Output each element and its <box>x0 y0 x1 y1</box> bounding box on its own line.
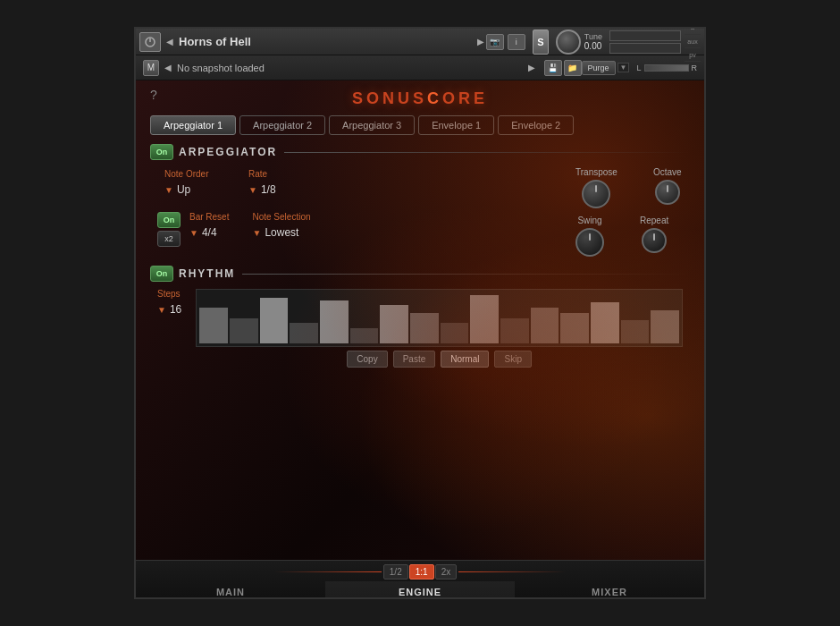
tab-arpeggiator-2[interactable]: Arpeggiator 2 <box>239 115 325 135</box>
bar-reset-dropdown[interactable]: ▼ 4/4 <box>189 226 229 239</box>
ratio-line-left <box>274 571 382 572</box>
arpeggiator-on-button[interactable]: On <box>150 144 173 160</box>
camera-icon[interactable]: 📷 <box>486 34 504 50</box>
seq-bar-14[interactable] <box>621 320 650 343</box>
seq-bar-10[interactable] <box>500 318 529 344</box>
rhythm-on-button[interactable]: On <box>150 266 173 282</box>
m-button[interactable]: M <box>143 60 159 76</box>
note-selection-group: Note Selection ▼ Lowest <box>252 212 310 239</box>
note-order-dropdown[interactable]: ▼ Up <box>164 183 227 196</box>
seq-bar-7[interactable] <box>410 313 439 343</box>
bar-reset-row: On x2 Bar Reset ▼ 4/4 Note Selection <box>157 212 575 247</box>
aux-btn[interactable]: aux <box>685 36 701 48</box>
top-bar: ◀ Horns of Hell ▶ 📷 i S Tune 0.00 × aux … <box>136 29 704 55</box>
pv-btn[interactable]: pv <box>685 49 701 62</box>
folder-icon[interactable]: 📁 <box>564 60 582 76</box>
seq-bar-9[interactable] <box>470 295 499 343</box>
note-selection-dropdown[interactable]: ▼ Lowest <box>252 226 310 239</box>
arpeggiator-header: On ARPEGGIATOR <box>150 144 690 160</box>
save-icon[interactable]: 💾 <box>544 60 562 76</box>
normal-button[interactable]: Normal <box>441 351 489 368</box>
stereo-l: L <box>636 63 641 72</box>
rate-dropdown[interactable]: ▼ 1/8 <box>248 183 311 196</box>
arp-row-1: Note Order ▼ Up Rate ▼ 1/8 <box>157 167 575 198</box>
x2-button[interactable]: x2 <box>157 231 181 247</box>
logo-button[interactable] <box>139 32 161 52</box>
dropdown-arrow-btn[interactable]: ▼ <box>617 63 630 72</box>
note-order-label: Note Order <box>164 169 227 179</box>
paste-button[interactable]: Paste <box>393 351 436 368</box>
tune-area: Tune 0.00 <box>556 30 681 55</box>
rhythm-header: On RHYTHM <box>150 266 690 282</box>
transpose-knob[interactable] <box>582 180 610 208</box>
help-icon[interactable]: ? <box>150 88 157 102</box>
swing-group: Swing <box>575 216 604 257</box>
tune-label: Tune <box>584 32 602 41</box>
octave-group: Octave <box>653 167 682 208</box>
rhythm-controls: Steps ▼ 16 Copy Paste Normal Skip <box>150 289 690 368</box>
seq-bar-8[interactable] <box>441 323 469 343</box>
stereo-meter <box>644 64 689 72</box>
purge-button[interactable]: Purge <box>582 61 616 75</box>
tab-arpeggiator-3[interactable]: Arpeggiator 3 <box>329 115 415 135</box>
tune-knob[interactable] <box>556 30 581 55</box>
seq-bar-13[interactable] <box>591 302 619 343</box>
seq-bar-2[interactable] <box>260 298 289 343</box>
note-sel-arrow: ▼ <box>252 228 261 238</box>
arp-left: Note Order ▼ Up Rate ▼ 1/8 <box>157 167 575 257</box>
steps-dropdown[interactable]: ▼ 16 <box>157 303 181 316</box>
nav-tab-main[interactable]: MAIN <box>136 581 325 599</box>
note-selection-value: Lowest <box>265 226 298 239</box>
seq-bar-1[interactable] <box>230 318 258 344</box>
tune-bar-2[interactable] <box>609 43 681 54</box>
tune-labels: Tune 0.00 <box>584 32 602 51</box>
snap-prev[interactable]: ◀ <box>164 63 172 72</box>
ratio-half-button[interactable]: 1/2 <box>383 564 408 579</box>
seq-bar-12[interactable] <box>560 313 589 343</box>
octave-knob[interactable] <box>655 180 680 205</box>
tab-envelope-1[interactable]: Envelope 1 <box>418 115 494 135</box>
nav-tab-mixer[interactable]: MIXER <box>515 581 704 599</box>
window-title: Horns of Hell <box>179 35 475 48</box>
ratio-1x-button[interactable]: 1:1 <box>409 564 434 579</box>
knob-row-1: Transpose Octave <box>575 167 683 208</box>
knob-row-2: Swing Repeat <box>575 216 683 257</box>
info-icon[interactable]: i <box>508 34 525 50</box>
ratio-buttons: 1/2 1:1 2x <box>383 564 457 579</box>
snap-next[interactable]: ▶ <box>528 63 535 72</box>
swing-label: Swing <box>577 216 601 225</box>
seq-bar-11[interactable] <box>531 308 559 343</box>
tab-arpeggiator-1[interactable]: Arpeggiator 1 <box>150 115 236 135</box>
stereo-r: R <box>692 63 698 72</box>
tune-value: 0.00 <box>584 41 602 51</box>
seq-bar-3[interactable] <box>290 323 318 343</box>
seq-bar-4[interactable] <box>320 300 349 343</box>
skip-button[interactable]: Skip <box>494 351 531 368</box>
rate-value: 1/8 <box>261 183 276 196</box>
s-button[interactable]: S <box>533 30 549 55</box>
seq-bar-15[interactable] <box>651 310 679 343</box>
steps-value: 16 <box>170 303 181 316</box>
rhythm-title: RHYTHM <box>179 267 235 280</box>
swing-knob[interactable] <box>575 228 604 257</box>
seq-bar-6[interactable] <box>380 305 408 343</box>
transpose-label: Transpose <box>575 167 617 177</box>
bar-arrow: ▼ <box>189 228 198 238</box>
ratio-2x-button[interactable]: 2x <box>435 564 458 579</box>
next-arrow[interactable]: ▶ <box>477 37 484 47</box>
copy-button[interactable]: Copy <box>347 351 387 368</box>
nav-tab-engine[interactable]: ENGINE <box>325 581 515 599</box>
tune-bar-1[interactable] <box>609 30 681 41</box>
seq-bar-0[interactable] <box>199 308 228 343</box>
tab-envelope-2[interactable]: Envelope 2 <box>498 115 574 135</box>
bar-reset-on-button[interactable]: On <box>157 212 181 228</box>
seq-bar-5[interactable] <box>350 328 379 343</box>
note-order-arrow: ▼ <box>164 185 173 195</box>
brand-logo: SONUSCORE <box>136 80 704 108</box>
prev-arrow[interactable]: ◀ <box>166 37 173 47</box>
on-x2-stack: On x2 <box>157 212 181 247</box>
repeat-knob[interactable] <box>642 228 667 253</box>
step-sequencer[interactable] <box>196 289 683 347</box>
top-aux-btn[interactable]: × <box>685 27 701 35</box>
note-order-value: Up <box>177 183 190 196</box>
